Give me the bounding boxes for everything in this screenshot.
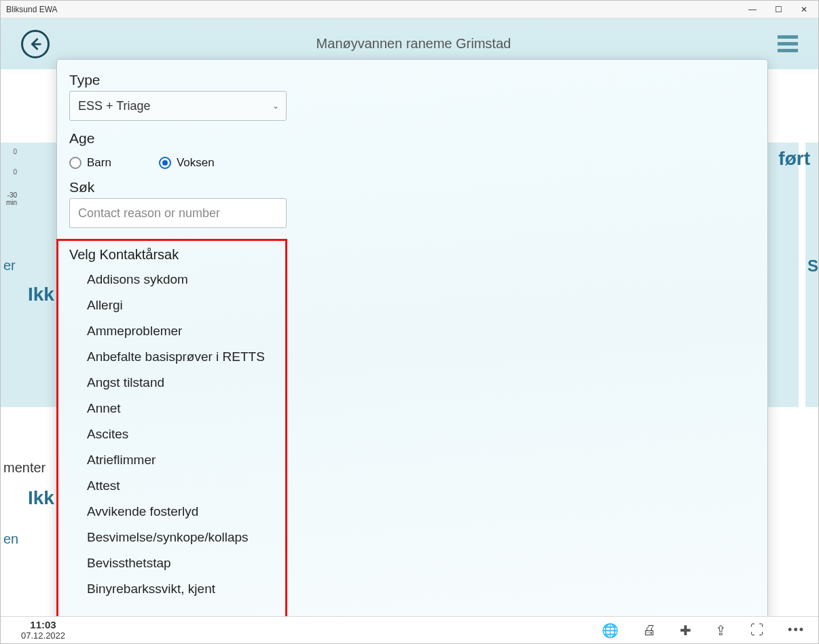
age-option-adult[interactable]: Voksen (159, 156, 215, 170)
list-item[interactable]: Bevissthetstap (69, 550, 755, 576)
age-option-child-label: Barn (87, 156, 111, 170)
contact-reason-header: Velg Kontaktårsak (69, 247, 755, 263)
list-item[interactable]: Annet (69, 396, 755, 421)
status-datetime: 11:03 07.12.2022 (21, 620, 65, 641)
list-item[interactable]: Ammeproblemer (69, 318, 755, 344)
title-bar: Bliksund EWA — ☐ ✕ (1, 1, 818, 18)
radio-icon (69, 157, 81, 169)
maximize-button[interactable]: ☐ (774, 5, 783, 14)
age-option-child[interactable]: Barn (69, 156, 111, 170)
bg-text: Ikk (28, 487, 54, 509)
age-radio-group: Barn Voksen (69, 156, 755, 170)
print-icon[interactable]: 🖨 (642, 622, 656, 638)
list-item[interactable]: Besvimelse/synkope/kollaps (69, 525, 755, 550)
type-dropdown-value: ESS + Triage (78, 99, 151, 113)
globe-icon[interactable]: 🌐 (602, 622, 619, 639)
modal-scrollbar[interactable]: ▾ (761, 60, 767, 635)
timeline-scale: 0 0 -30 min (1, 148, 18, 212)
list-item[interactable]: Allergi (69, 292, 755, 318)
window-title: Bliksund EWA (6, 5, 58, 14)
app-body: Manøyvannen raneme Grimstad ført S er Ik… (1, 18, 818, 643)
puzzle-icon[interactable]: ✚ (680, 622, 691, 639)
menu-button[interactable] (778, 35, 798, 52)
bg-text: S (807, 257, 818, 276)
radio-selected-icon (159, 157, 171, 169)
contact-reason-panel: Type ESS + Triage ⌄ Age Barn Voksen Søk … (56, 59, 768, 636)
list-item[interactable]: Attest (69, 473, 755, 499)
status-date: 07.12.2022 (21, 631, 65, 641)
contact-reason-list: Addisons sykdom Allergi Ammeproblemer An… (69, 267, 755, 602)
chevron-down-icon: ⌄ (272, 101, 279, 111)
status-time: 11:03 (21, 620, 65, 631)
list-item[interactable]: Avvikende fosterlyd (69, 499, 755, 525)
search-input[interactable]: Contact reason or number (69, 198, 287, 228)
list-item[interactable]: Ascites (69, 421, 755, 447)
age-label: Age (69, 130, 755, 147)
fullscreen-icon[interactable]: ⛶ (750, 622, 764, 638)
minimize-button[interactable]: — (748, 5, 757, 14)
age-option-adult-label: Voksen (177, 156, 215, 170)
list-item[interactable]: Atrieflimmer (69, 447, 755, 473)
back-button[interactable] (21, 30, 50, 58)
list-item[interactable]: Binyrebarkssvikt, kjent (69, 576, 755, 602)
bg-text: er (3, 258, 16, 273)
bg-text: Ikk (28, 284, 54, 305)
type-dropdown[interactable]: ESS + Triage ⌄ (69, 91, 287, 121)
bg-text: ført (778, 148, 810, 170)
list-item[interactable]: Addisons sykdom (69, 267, 755, 292)
search-label: Søk (69, 179, 755, 195)
upload-icon[interactable]: ⇪ (715, 622, 727, 639)
bg-text: menter (3, 460, 46, 476)
bg-text: en (3, 531, 18, 547)
location-label: Manøyvannen raneme Grimstad (316, 36, 511, 52)
list-item[interactable]: Angst tilstand (69, 370, 755, 396)
status-bar: 11:03 07.12.2022 🌐 🖨 ✚ ⇪ ⛶ ••• (1, 616, 818, 643)
type-label: Type (69, 72, 755, 88)
close-button[interactable]: ✕ (799, 5, 809, 14)
search-placeholder: Contact reason or number (78, 206, 220, 221)
app-window: Bliksund EWA — ☐ ✕ Manøyvannen raneme Gr… (0, 0, 819, 644)
status-icons: 🌐 🖨 ✚ ⇪ ⛶ ••• (602, 622, 805, 639)
window-controls: — ☐ ✕ (748, 5, 813, 14)
more-icon[interactable]: ••• (788, 623, 805, 637)
list-item[interactable]: Anbefalte basisprøver i RETTS (69, 344, 755, 370)
